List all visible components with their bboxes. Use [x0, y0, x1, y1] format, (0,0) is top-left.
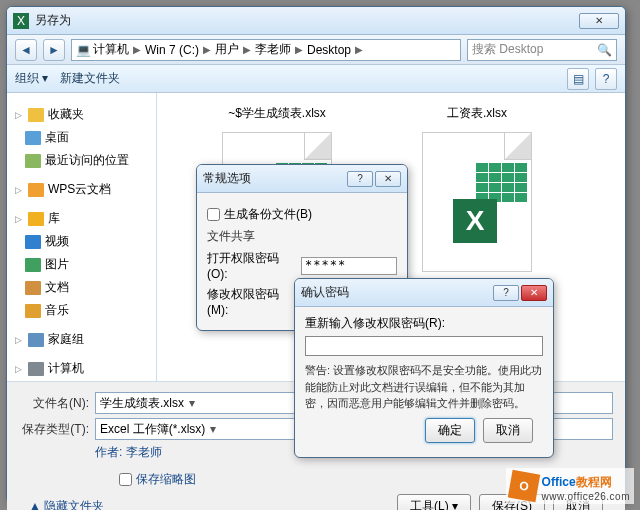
organize-button[interactable]: 组织 ▾ — [15, 70, 48, 87]
view-button[interactable]: ▤ — [567, 68, 589, 90]
breadcrumb-seg[interactable]: 李老师 — [255, 41, 291, 58]
filetype-label: 保存类型(T): — [19, 421, 89, 438]
thumbnail-checkbox[interactable] — [119, 473, 132, 486]
close-button[interactable]: ✕ — [579, 13, 619, 29]
filename-label: 文件名(N): — [19, 395, 89, 412]
back-button[interactable]: ◄ — [15, 39, 37, 61]
file-thumb: X — [422, 132, 532, 272]
sidebar-wps[interactable]: ▷WPS云文档 — [7, 178, 156, 201]
sidebar-item-pictures[interactable]: 图片 — [7, 253, 156, 276]
sidebar-item-documents[interactable]: 文档 — [7, 276, 156, 299]
window-title: 另存为 — [35, 12, 579, 29]
titlebar: X 另存为 ✕ — [7, 7, 625, 35]
thumbnail-label: 保存缩略图 — [136, 471, 196, 488]
backup-checkbox[interactable] — [207, 208, 220, 221]
sidebar-item-recent[interactable]: 最近访问的位置 — [7, 149, 156, 172]
toolbar: 组织 ▾ 新建文件夹 ▤ ? — [7, 65, 625, 93]
svg-text:X: X — [17, 14, 25, 28]
file-name: 工资表.xlsx — [447, 105, 507, 122]
newfolder-button[interactable]: 新建文件夹 — [60, 70, 120, 87]
close-button[interactable]: ✕ — [375, 171, 401, 187]
sidebar-item-video[interactable]: 视频 — [7, 230, 156, 253]
help-button[interactable]: ? — [347, 171, 373, 187]
warning-text: 警告: 设置修改权限密码不是安全功能。使用此功能能防止对此文档进行误编辑，但不能… — [305, 362, 543, 412]
sidebar-favorites[interactable]: ▷收藏夹 — [7, 103, 156, 126]
address-bar[interactable]: 💻 计算机▶ Win 7 (C:)▶ 用户▶ 李老师▶ Desktop▶ — [71, 39, 461, 61]
share-section-label: 文件共享 — [207, 228, 397, 245]
modify-password-label: 修改权限密码(M): — [207, 286, 297, 317]
breadcrumb-seg[interactable]: Win 7 (C:) — [145, 43, 199, 57]
search-icon: 🔍 — [597, 43, 612, 57]
excel-icon: X — [453, 199, 497, 243]
breadcrumb-seg[interactable]: Desktop — [307, 43, 351, 57]
ok-button[interactable]: 确定 — [425, 418, 475, 443]
forward-button[interactable]: ► — [43, 39, 65, 61]
breadcrumb-seg[interactable]: 计算机 — [93, 41, 129, 58]
sidebar-libraries[interactable]: ▷库 — [7, 207, 156, 230]
search-placeholder: 搜索 Desktop — [472, 41, 543, 58]
open-password-input[interactable]: ***** — [301, 257, 397, 275]
author-label: 作者: — [95, 445, 122, 459]
author-value[interactable]: 李老师 — [126, 445, 162, 459]
confirm-prompt: 重新输入修改权限密码(R): — [305, 315, 543, 332]
help-button[interactable]: ? — [493, 285, 519, 301]
help-button[interactable]: ? — [595, 68, 617, 90]
confirm-password-input[interactable] — [305, 336, 543, 356]
watermark: O Office教程网 www.office26.com — [506, 468, 634, 504]
watermark-logo-icon: O — [507, 470, 539, 502]
confirm-password-dialog: 确认密码 ? ✕ 重新输入修改权限密码(R): 警告: 设置修改权限密码不是安全… — [294, 278, 554, 458]
close-button[interactable]: ✕ — [521, 285, 547, 301]
sidebar-computer[interactable]: ▷计算机 — [7, 357, 156, 380]
open-password-label: 打开权限密码(O): — [207, 250, 297, 281]
cancel-button[interactable]: 取消 — [483, 418, 533, 443]
hide-folders-link[interactable]: ▲ 隐藏文件夹 — [29, 498, 104, 510]
breadcrumb-seg[interactable]: 用户 — [215, 41, 239, 58]
search-input[interactable]: 搜索 Desktop 🔍 — [467, 39, 617, 61]
dialog-title: 确认密码 — [301, 284, 493, 301]
sidebar: ▷收藏夹 桌面 最近访问的位置 ▷WPS云文档 ▷库 视频 图片 文档 音乐 ▷… — [7, 93, 157, 381]
backup-label: 生成备份文件(B) — [224, 206, 312, 223]
file-name: ~$学生成绩表.xlsx — [228, 105, 326, 122]
dialog-title: 常规选项 — [203, 170, 347, 187]
sidebar-item-music[interactable]: 音乐 — [7, 299, 156, 322]
nav-row: ◄ ► 💻 计算机▶ Win 7 (C:)▶ 用户▶ 李老师▶ Desktop▶… — [7, 35, 625, 65]
tools-button[interactable]: 工具(L) ▾ — [397, 494, 471, 510]
sidebar-item-desktop[interactable]: 桌面 — [7, 126, 156, 149]
sidebar-homegroup[interactable]: ▷家庭组 — [7, 328, 156, 351]
app-icon: X — [13, 13, 29, 29]
